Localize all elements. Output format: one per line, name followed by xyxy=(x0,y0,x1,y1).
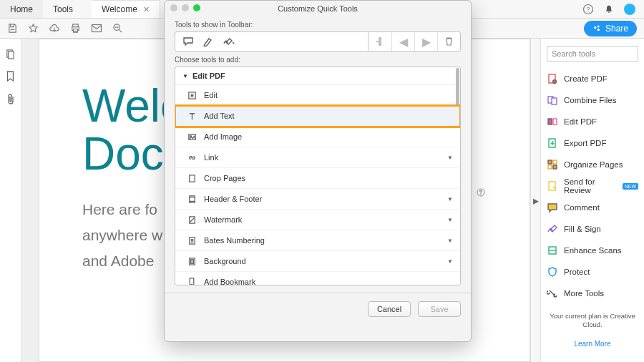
tool-edit-pdf[interactable]: Edit PDF xyxy=(547,112,638,132)
mail-icon[interactable] xyxy=(91,23,102,34)
tool-fill-sign[interactable]: Fill & Sign xyxy=(547,219,638,239)
svg-rect-18 xyxy=(548,165,552,169)
tool-item-add-image[interactable]: Add Image xyxy=(175,127,460,147)
collapse-right-panel[interactable]: ▸ xyxy=(530,39,540,362)
menu-tools[interactable]: Tools xyxy=(43,0,83,18)
fill-sign-icon xyxy=(547,223,558,235)
previous-button[interactable]: ◀ xyxy=(391,32,414,51)
bell-icon[interactable] xyxy=(604,4,614,14)
sign-tool-icon[interactable] xyxy=(223,36,235,47)
chevron-down-icon: ▼ xyxy=(447,217,453,223)
tool-send-for-review[interactable]: Send for ReviewNEW xyxy=(547,176,638,196)
edit-pdf-icon xyxy=(547,116,558,127)
comment-icon xyxy=(547,202,558,213)
tool-more-tools[interactable]: More Tools xyxy=(547,283,638,303)
svg-rect-14 xyxy=(553,119,557,124)
delete-button[interactable] xyxy=(437,32,460,51)
chevron-down-icon: ▼ xyxy=(447,196,453,202)
tool-combine-files[interactable]: Combine Files xyxy=(547,90,638,110)
comment-tool-icon[interactable] xyxy=(182,36,194,47)
search-tools-input[interactable]: Search tools xyxy=(547,46,638,62)
choose-tools-label: Choose tools to add: xyxy=(175,56,461,64)
background-icon xyxy=(187,256,197,266)
chevron-down-icon: ▼ xyxy=(447,155,453,161)
svg-rect-17 xyxy=(553,160,557,164)
chevron-down-icon: ▼ xyxy=(447,238,453,244)
tool-item-bates[interactable]: Bates Numbering▼ xyxy=(175,230,460,251)
attachment-icon[interactable] xyxy=(6,94,16,105)
svg-rect-26 xyxy=(189,175,194,181)
next-button[interactable]: ▶ xyxy=(414,32,437,51)
user-avatar[interactable] xyxy=(624,4,635,15)
more-tools-icon xyxy=(547,288,558,299)
create-pdf-icon xyxy=(547,73,558,84)
save-button[interactable]: Save xyxy=(418,301,461,317)
document-tab[interactable]: Welcome ✕ xyxy=(92,0,160,18)
share-button[interactable]: + Share xyxy=(584,21,637,36)
enhance-scans-icon xyxy=(547,245,558,256)
svg-point-10 xyxy=(553,80,557,84)
svg-rect-19 xyxy=(553,165,557,169)
export-pdf-icon xyxy=(547,137,558,149)
help-icon[interactable]: ? xyxy=(582,4,594,15)
tool-comment[interactable]: Comment xyxy=(547,197,638,217)
share-icon: + xyxy=(592,24,601,33)
dialog-title: Customize Quick Tools xyxy=(278,4,358,13)
category-edit-pdf[interactable]: ▼ Edit PDF xyxy=(175,67,460,85)
tool-enhance-scans[interactable]: Enhance Scans xyxy=(547,240,638,260)
bates-icon xyxy=(187,235,197,245)
cancel-button[interactable]: Cancel xyxy=(368,301,411,317)
move-up-button[interactable] xyxy=(475,187,487,198)
cloud-icon[interactable] xyxy=(49,23,60,34)
svg-rect-16 xyxy=(548,160,552,164)
tool-picker-list: ▼ Edit PDF Edit Add Text Add Image Link▼… xyxy=(175,67,461,285)
star-icon[interactable] xyxy=(28,23,39,34)
tool-item-watermark[interactable]: Watermark▼ xyxy=(175,210,460,230)
print-icon[interactable] xyxy=(70,23,81,34)
link-icon xyxy=(187,152,197,162)
bookmark-icon[interactable] xyxy=(6,71,15,82)
highlight-tool-icon[interactable] xyxy=(203,36,214,47)
svg-point-5 xyxy=(597,28,600,30)
tool-item-background[interactable]: Background▼ xyxy=(175,251,460,272)
tool-create-pdf[interactable]: Create PDF xyxy=(547,69,638,89)
learn-more-link[interactable]: Learn More xyxy=(547,340,638,348)
plan-note: Your current plan is Creative Cloud. xyxy=(547,312,638,330)
tool-item-crop-pages[interactable]: Crop Pages xyxy=(175,168,460,189)
chevron-down-icon: ▼ xyxy=(447,258,453,265)
menu-home[interactable]: Home xyxy=(0,0,43,18)
close-tab-icon[interactable]: ✕ xyxy=(143,5,150,14)
watermark-icon xyxy=(187,215,197,225)
svg-text:?: ? xyxy=(586,6,590,13)
edit-icon xyxy=(187,90,197,100)
tool-item-header-footer[interactable]: Header & Footer▼ xyxy=(175,189,460,210)
svg-rect-12 xyxy=(552,98,557,104)
search-placeholder: Search tools xyxy=(552,49,595,58)
svg-rect-20 xyxy=(549,182,555,190)
add-divider-button[interactable] xyxy=(369,32,391,51)
save-icon[interactable] xyxy=(7,23,18,34)
tool-item-add-text[interactable]: Add Text xyxy=(175,106,460,127)
add-image-icon xyxy=(187,132,197,142)
svg-rect-22 xyxy=(379,38,381,45)
tool-organize-pages[interactable]: Organize Pages xyxy=(547,155,638,175)
pages-icon[interactable] xyxy=(5,49,16,59)
zoom-out-icon[interactable] xyxy=(112,23,123,34)
add-bookmark-icon xyxy=(187,277,197,285)
svg-text:+: + xyxy=(599,24,601,29)
tool-export-pdf[interactable]: Export PDF xyxy=(547,133,638,153)
toolbar-show-label: Tools to show in Toolbar: xyxy=(175,21,461,29)
svg-rect-31 xyxy=(190,259,193,263)
svg-point-4 xyxy=(594,26,596,28)
svg-rect-2 xyxy=(92,25,102,32)
tool-item-add-bookmark[interactable]: Add Bookmark xyxy=(175,272,460,285)
window-traffic-lights[interactable] xyxy=(170,4,200,11)
organize-icon xyxy=(547,159,558,170)
tool-protect[interactable]: Protect xyxy=(547,262,638,282)
svg-rect-13 xyxy=(548,119,552,124)
new-badge: NEW xyxy=(623,183,638,190)
tool-item-link[interactable]: Link▼ xyxy=(175,147,460,168)
chevron-down-icon: ▼ xyxy=(182,73,188,79)
add-text-icon xyxy=(187,111,197,121)
tool-item-edit[interactable]: Edit xyxy=(175,85,460,106)
